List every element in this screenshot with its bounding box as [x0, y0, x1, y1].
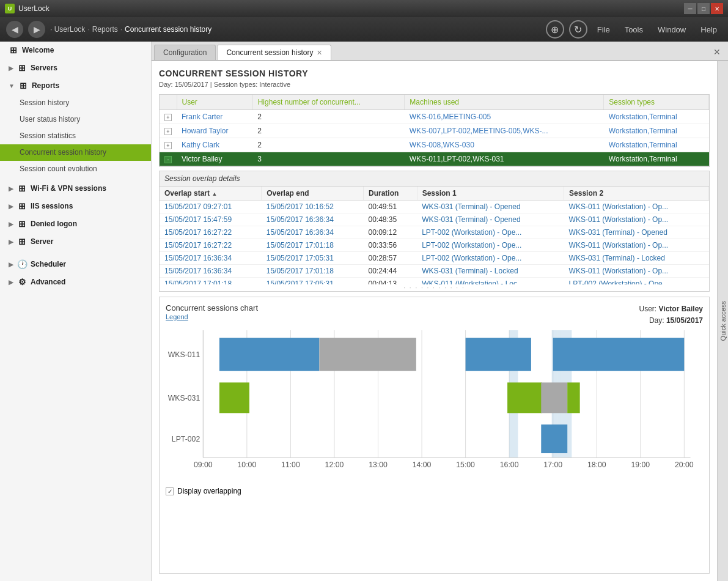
- sidebar-item-session-statistics[interactable]: Session statistics: [0, 128, 151, 144]
- nav-right: ⊕ ↻ File Tools Window Help: [546, 20, 722, 39]
- display-overlapping-checkbox[interactable]: [166, 487, 174, 495]
- row-expand-icon-3[interactable]: +: [164, 142, 172, 149]
- orow-s2-2: WKS-011 (Workstation) - Op...: [564, 213, 709, 226]
- svg-text:WKS-011: WKS-011: [168, 350, 200, 359]
- sidebar: ⊞ Welcome ▶ ⊞ Servers ▼ ⊞ Reports Sessio…: [0, 42, 152, 581]
- svg-rect-22: [541, 383, 567, 413]
- sidebar-item-wifi-vpn[interactable]: ▶ ⊞ Wi-Fi & VPN sessions: [0, 180, 151, 198]
- chart-day-value: 15/05/2017: [666, 316, 703, 325]
- svg-rect-24: [541, 425, 567, 454]
- tools-menu[interactable]: Tools: [620, 23, 648, 37]
- wifi-icon: ⊞: [17, 183, 27, 193]
- panel-content: CONCURRENT SESSION HISTORY Day: 15/05/20…: [152, 61, 717, 581]
- sidebar-item-session-count-evolution[interactable]: Session count evolution: [0, 161, 151, 177]
- maximize-button[interactable]: □: [697, 3, 710, 14]
- row-expand-icon-4[interactable]: -: [164, 156, 172, 163]
- orow-s1-5: LPT-002 (Workstation) - Ope...: [417, 252, 564, 265]
- window-controls: ─ □ ✕: [684, 3, 723, 14]
- breadcrumb-root[interactable]: · UserLock: [50, 25, 85, 34]
- row-session-types-4: Workstation,Terminal: [604, 152, 709, 166]
- col-session-types[interactable]: Session types: [604, 95, 709, 110]
- forward-button[interactable]: ▶: [28, 21, 45, 38]
- legend-link[interactable]: Legend: [166, 313, 188, 320]
- row-user-4[interactable]: Victor Bailey: [177, 152, 252, 166]
- sidebar-item-user-status-history[interactable]: User status history: [0, 111, 151, 128]
- overlap-row[interactable]: 15/05/2017 16:36:34 15/05/2017 17:05:31 …: [160, 252, 709, 265]
- row-user-2[interactable]: Howard Taylor: [177, 124, 252, 138]
- sidebar-item-servers[interactable]: ▶ ⊞ Servers: [0, 59, 151, 77]
- row-expand-icon-2[interactable]: +: [164, 128, 172, 135]
- overlap-row[interactable]: 15/05/2017 16:27:22 15/05/2017 16:36:34 …: [160, 226, 709, 239]
- back-button[interactable]: ◀: [6, 21, 23, 38]
- ocol-end[interactable]: Overlap end: [262, 187, 364, 201]
- tab-concurrent-session-history[interactable]: Concurrent session history ✕: [217, 45, 331, 60]
- orow-s1-2: WKS-031 (Terminal) - Opened: [417, 213, 564, 226]
- orow-s2-4: WKS-011 (Workstation) - Op...: [564, 239, 709, 252]
- tab-bar-close-icon[interactable]: ✕: [708, 44, 726, 60]
- nav-circle-btn-2[interactable]: ↻: [569, 20, 587, 39]
- overlap-row[interactable]: 15/05/2017 16:36:34 15/05/2017 17:01:18 …: [160, 265, 709, 278]
- sidebar-label-scheduler: Scheduler: [31, 260, 66, 268]
- sidebar-label-iis-sessions: IIS sessions: [31, 202, 73, 210]
- col-user[interactable]: User: [177, 95, 252, 110]
- tab-close-icon[interactable]: ✕: [317, 49, 322, 57]
- ocol-s1[interactable]: Session 1: [417, 187, 564, 201]
- orow-end-7: 15/05/2017 17:05:31: [262, 278, 364, 285]
- row-user-3[interactable]: Kathy Clark: [177, 138, 252, 152]
- orow-start-7: 15/05/2017 17:01:18: [160, 278, 262, 285]
- col-machines[interactable]: Machines used: [405, 95, 604, 110]
- file-menu[interactable]: File: [592, 23, 615, 37]
- table-row-selected[interactable]: - Victor Bailey 3 WKS-011,LPT-002,WKS-03…: [160, 152, 709, 166]
- sidebar-label-wifi-vpn: Wi-Fi & VPN sessions: [31, 184, 106, 193]
- sidebar-label-user-status-history: User status history: [20, 115, 80, 124]
- sidebar-item-denied-logon[interactable]: ▶ ⊞ Denied logon: [0, 215, 151, 233]
- chart-svg: WKS-011 WKS-031 LPT-002 09:00 10:00 11:0…: [166, 330, 703, 483]
- table-row[interactable]: + Frank Carter 2 WKS-016,MEETING-005 Wor…: [160, 110, 709, 124]
- overlap-row[interactable]: 15/05/2017 16:27:22 15/05/2017 17:01:18 …: [160, 239, 709, 252]
- main-layout: ⊞ Welcome ▶ ⊞ Servers ▼ ⊞ Reports Sessio…: [0, 42, 728, 581]
- overlap-row[interactable]: 15/05/2017 09:27:01 15/05/2017 10:16:52 …: [160, 201, 709, 213]
- nav-circle-btn-1[interactable]: ⊕: [546, 20, 564, 39]
- table-row[interactable]: + Howard Taylor 2 WKS-007,LPT-002,MEETIN…: [160, 124, 709, 138]
- nav-bar: ◀ ▶ · UserLock · Reports · Concurrent se…: [0, 17, 728, 42]
- svg-text:11:00: 11:00: [281, 461, 300, 469]
- sidebar-item-session-history[interactable]: Session history: [0, 95, 151, 111]
- overlap-table-container: Overlap start ▲ Overlap end Duration Ses…: [160, 187, 709, 284]
- breadcrumb-reports[interactable]: Reports: [92, 25, 118, 34]
- svg-text:14:00: 14:00: [413, 461, 432, 469]
- ocol-start[interactable]: Overlap start ▲: [160, 187, 262, 201]
- window-menu[interactable]: Window: [653, 23, 691, 37]
- sidebar-item-concurrent-session-history[interactable]: Concurrent session history: [0, 144, 151, 161]
- tab-configuration[interactable]: Configuration: [154, 45, 216, 60]
- overlap-row[interactable]: 15/05/2017 17:01:18 15/05/2017 17:05:31 …: [160, 278, 709, 285]
- quick-access-label: Quick access: [719, 301, 727, 341]
- sidebar-item-scheduler[interactable]: ▶ 🕐 Scheduler: [0, 256, 151, 273]
- close-button[interactable]: ✕: [711, 3, 723, 14]
- chart-area: WKS-011 WKS-031 LPT-002 09:00 10:00 11:0…: [166, 330, 703, 483]
- sidebar-item-reports[interactable]: ▼ ⊞ Reports: [0, 77, 151, 95]
- svg-text:19:00: 19:00: [631, 461, 650, 469]
- tab-configuration-label: Configuration: [163, 48, 207, 57]
- row-session-types-2: Workstation,Terminal: [604, 124, 709, 138]
- minimize-button[interactable]: ─: [684, 3, 696, 14]
- display-overlapping-label: Display overlapping: [177, 487, 241, 495]
- row-expand-icon-1[interactable]: +: [164, 114, 172, 121]
- table-row[interactable]: + Kathy Clark 2 WKS-008,WKS-030 Workstat…: [160, 138, 709, 152]
- sidebar-item-advanced[interactable]: ▶ ⚙ Advanced: [0, 273, 151, 291]
- help-menu[interactable]: Help: [696, 23, 722, 37]
- ocol-s2[interactable]: Session 2: [564, 187, 709, 201]
- sidebar-item-welcome[interactable]: ⊞ Welcome: [0, 42, 151, 59]
- row-user-1[interactable]: Frank Carter: [177, 110, 252, 124]
- orow-dur-7: 00:04:13: [363, 278, 417, 285]
- row-machines-4: WKS-011,LPT-002,WKS-031: [405, 152, 604, 166]
- svg-text:09:00: 09:00: [194, 461, 213, 469]
- col-highest[interactable]: Highest number of concurrent...: [252, 95, 405, 110]
- sidebar-item-server[interactable]: ▶ ⊞ Server: [0, 233, 151, 251]
- overlap-row[interactable]: 15/05/2017 15:47:59 15/05/2017 16:36:34 …: [160, 213, 709, 226]
- ocol-duration[interactable]: Duration: [363, 187, 417, 201]
- sidebar-item-iis-sessions[interactable]: ▶ ⊞ IIS sessions: [0, 198, 151, 215]
- orow-s2-6: WKS-011 (Workstation) - Op...: [564, 265, 709, 278]
- quick-access-panel[interactable]: Quick access: [717, 61, 728, 581]
- tab-bar: Configuration Concurrent session history…: [152, 42, 728, 61]
- orow-start-3: 15/05/2017 16:27:22: [160, 226, 262, 239]
